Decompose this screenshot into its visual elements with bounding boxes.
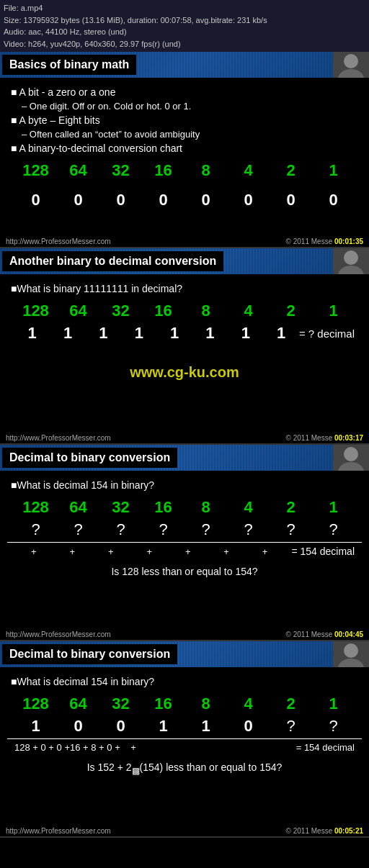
slide-2-avatar: [333, 248, 369, 274]
watermark: www.cg-ku.com: [7, 343, 362, 402]
plus-row-3: + + + + + + +: [14, 546, 284, 557]
slide-3-footer: http://www.ProfessorMesser.com © 2011 Me…: [0, 629, 369, 640]
slide-4-sum-equation-row: 128 + 0 + 0 +16 + 8 + 0 + + = 154 decima…: [7, 739, 362, 756]
binary-chart-4-labels: 128 64 32 16 8 4 2 1: [7, 691, 362, 717]
slide-3-footer-right: © 2011 Messe 00:04:45: [286, 630, 363, 638]
slide-3: Decimal to binary conversion ■What is de…: [0, 445, 369, 641]
slide-2-footer-right: © 2011 Messe 00:03:17: [286, 434, 363, 442]
slide-3-footer-left: http://www.ProfessorMesser.com: [6, 630, 111, 638]
slide-1-avatar: [333, 52, 369, 78]
slide-2-body: ■What is binary 11111111 in decimal? 128…: [0, 274, 369, 433]
sub-bullet-1-1: – One digit. Off or on. Cold or hot. 0 o…: [7, 101, 362, 112]
slide-3-equation: = 154 decimal: [291, 546, 355, 557]
sub-bullet-1-2: – Often called an “octet” to avoid ambig…: [7, 129, 362, 140]
svg-point-4: [344, 250, 358, 265]
svg-point-10: [344, 643, 358, 658]
binary-chart-1-values: 0 0 0 0 0 0 0 0: [7, 187, 362, 213]
slide-4-body: ■What is decimal 154 in binary? 128 64 3…: [0, 667, 369, 826]
slide-3-header: Decimal to binary conversion: [0, 445, 369, 471]
binary-chart-3-values: ? ? ? ? ? ? ? ?: [7, 520, 362, 543]
bullet-1-2: ■ A byte – Eight bits: [7, 114, 362, 126]
slide-1-title: Basics of binary math: [2, 55, 136, 75]
slide-4-avatar: [333, 641, 369, 667]
file-info-line3: Audio: aac, 44100 Hz, stereo (und): [4, 26, 365, 38]
slide-4: Decimal to binary conversion ■What is de…: [0, 641, 369, 838]
slide-2-title: Another binary to decimal conversion: [2, 251, 223, 271]
slide-1: Basics of binary math ■ A bit - a zero o…: [0, 52, 369, 248]
binary-chart-1-labels: 128 64 32 16 8 4 2 1: [7, 158, 362, 184]
slide-2: Another binary to decimal conversion ■Wh…: [0, 248, 369, 445]
slide-4-header: Decimal to binary conversion: [0, 641, 369, 667]
file-info-line1: File: a.mp4: [4, 2, 365, 14]
slide-1-header: Basics of binary math: [0, 52, 369, 78]
slide-3-body: ■What is decimal 154 in binary? 128 64 3…: [0, 471, 369, 629]
file-info-line4: Video: h264, yuv420p, 640x360, 29.97 fps…: [4, 38, 365, 50]
bullet-2-1: ■What is binary 11111111 in decimal?: [7, 283, 362, 294]
slide-4-question: Is 152 + 2▩(154) less than or equal to 1…: [7, 756, 362, 782]
bullet-3-1: ■What is decimal 154 in binary?: [7, 479, 362, 491]
binary-chart-2-values-row: 1 1 1 1 1 1 1 1 = ? decimal: [7, 324, 362, 343]
slide-2-footer: http://www.ProfessorMesser.com © 2011 Me…: [0, 433, 369, 443]
svg-point-7: [344, 447, 358, 461]
binary-chart-2-values: 1 1 1 1 1 1 1 1: [14, 324, 299, 343]
slide-2-footer-left: http://www.ProfessorMesser.com: [6, 434, 111, 442]
binary-chart-4-values: 1 0 0 1 1 0 ? ?: [7, 717, 362, 739]
slide-3-title: Decimal to binary conversion: [2, 448, 177, 468]
file-info-header: File: a.mp4 Size: 13795932 bytes (13.16 …: [0, 0, 369, 52]
sum-row-4: 128 + 0 + 0 +16 + 8 + 0 + +: [14, 742, 296, 753]
slide-1-body: ■ A bit - a zero or a one – One digit. O…: [0, 78, 369, 236]
bullet-1-1: ■ A bit - a zero or a one: [7, 86, 362, 98]
slide-2-header: Another binary to decimal conversion: [0, 248, 369, 274]
slide-1-footer-left: http://www.ProfessorMesser.com: [6, 238, 111, 245]
bullet-1-3: ■ A binary-to-decimal conversion chart: [7, 143, 362, 154]
slide-3-question: Is 128 less than or equal to 154?: [7, 560, 362, 583]
slide-2-equation: = ? decimal: [299, 327, 355, 340]
binary-chart-2-labels: 128 64 32 16 8 4 2 1: [7, 298, 362, 324]
binary-chart-3-labels: 128 64 32 16 8 4 2 1: [7, 494, 362, 520]
slide-4-footer-right: © 2011 Messe 00:05:21: [286, 827, 363, 835]
slide-1-footer-right: © 2011 Messe 00:01:35: [286, 238, 363, 245]
bullet-4-1: ■What is decimal 154 in binary?: [7, 676, 362, 687]
slide-4-equation: = 154 decimal: [296, 742, 355, 753]
file-info-line2: Size: 13795932 bytes (13.16 MiB), durati…: [4, 14, 365, 27]
slide-4-footer: http://www.ProfessorMesser.com © 2011 Me…: [0, 826, 369, 836]
slide-1-footer: http://www.ProfessorMesser.com © 2011 Me…: [0, 236, 369, 247]
slide-4-title: Decimal to binary conversion: [2, 644, 177, 664]
slide-3-avatar: [333, 445, 369, 471]
slide-3-plus-equation-row: + + + + + + + = 154 decimal: [7, 543, 362, 560]
slide-4-footer-left: http://www.ProfessorMesser.com: [6, 827, 111, 835]
svg-point-1: [344, 54, 358, 68]
